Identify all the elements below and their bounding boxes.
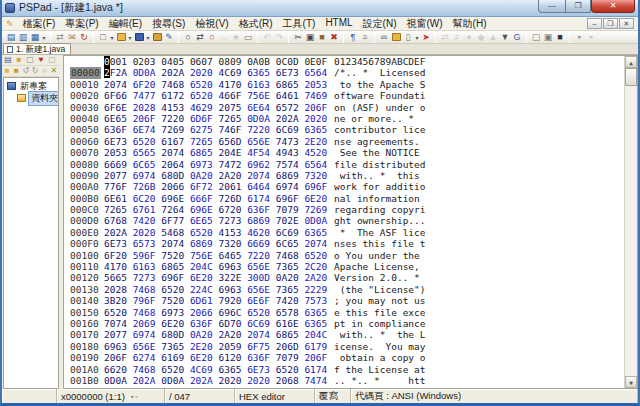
hex-bytes[interactable]: 206F 6274 6169 6E20 6120 636F 7079 206F [104, 352, 327, 363]
file-copy-button[interactable]: ⇄ [54, 31, 66, 43]
hex-ascii[interactable]: regarding copyri [334, 204, 426, 215]
lock-file-button[interactable] [390, 31, 402, 43]
hex-editor[interactable]: 0001 0203 0405 0607 0809 0A0B 0C0D 0E0F0… [63, 55, 638, 389]
scroll-down-arrow[interactable]: ▼ [625, 376, 637, 388]
panel-folder-icon[interactable]: ■ [14, 55, 24, 65]
settings-icon[interactable]: ✕ [50, 66, 58, 76]
hex-ascii[interactable]: file distributed [334, 159, 426, 170]
hex-ascii[interactable]: with.. * this [334, 170, 426, 181]
print-preview-button[interactable]: ▭ [242, 31, 254, 43]
project-panel-button[interactable]: ▤ [5, 31, 17, 43]
maximize-button[interactable]: ❒ [565, 0, 591, 13]
hex-bytes[interactable]: 0D0A 202A 0D0A 202A 2020 2020 2068 7474 [104, 375, 327, 386]
up-level-icon[interactable]: ↺ [22, 66, 30, 76]
project-save-button-dropdown[interactable]: ▾ [41, 34, 47, 41]
hex-ascii[interactable]: (the "License") [334, 284, 426, 295]
hex-bytes[interactable]: 776F 726B 2066 6F72 2061 6464 6974 696F [104, 181, 327, 192]
terminal-button[interactable]: ▪ [573, 31, 585, 43]
menu-item-2[interactable]: 編輯(E) [104, 17, 147, 31]
hex-bytes[interactable]: 2074 6F20 7468 6520 4170 6163 6865 2053 [104, 79, 327, 90]
hex-bytes[interactable]: 703A 2F2F 7777 772E 6170 6163 6865 2E6F [104, 386, 327, 389]
tree-item-folder[interactable]: 資料夾 [4, 92, 58, 104]
fullscreen-button[interactable]: ■ [554, 31, 566, 43]
format-code-button[interactable]: ✎ [163, 31, 175, 43]
vertical-scrollbar[interactable]: ▲ ▼ [624, 56, 637, 388]
file-mail-button[interactable]: ✉ [66, 31, 78, 43]
menu-item-7[interactable]: HTML [320, 17, 357, 31]
mdi-minimize-button[interactable]: – [587, 18, 602, 29]
menu-item-9[interactable]: 視窗(W) [402, 17, 448, 31]
paste-button[interactable]: ■ [316, 31, 328, 43]
save-file-button[interactable] [133, 31, 145, 43]
hex-ascii[interactable]: on (ASF) under o [334, 102, 426, 113]
hex-bytes[interactable]: 3B20 796F 7520 6D61 7920 6E6F 7420 7573 [104, 295, 327, 306]
special-chars-button[interactable]: ¶ [347, 31, 359, 43]
menu-item-6[interactable]: 工具(T) [278, 17, 321, 31]
copy-button[interactable]: ▣ [304, 31, 316, 43]
panel-favorites-icon[interactable]: ♥ [36, 55, 46, 65]
google-search-button[interactable]: G [511, 31, 523, 43]
keyboard-button[interactable]: ▫ [585, 31, 597, 43]
hex-bytes[interactable]: 5665 7273 696F 6E20 322E 300D 0A20 2A20 [104, 272, 327, 283]
hex-bytes[interactable]: 2028 7468 6520 224C 6963 656E 7365 2229 [104, 284, 327, 295]
file-reload-button[interactable]: ↻ [78, 31, 90, 43]
hex-bytes[interactable]: 6E65 206F 7220 6D6F 7265 0D0A 202A 2020 [104, 113, 327, 124]
hex-ascii[interactable]: e this file exce [334, 307, 426, 318]
hex-ascii[interactable]: Apache License, [334, 261, 426, 272]
menu-item-10[interactable]: 幫助(H) [448, 17, 492, 31]
hex-ascii[interactable]: obtain a copy o [334, 352, 426, 363]
remove-icon[interactable]: ○ [40, 66, 48, 76]
hex-bytes[interactable]: 6520 7468 6973 2066 696C 6520 6578 6365 [104, 307, 327, 318]
hex-bytes[interactable]: 636F 6E74 7269 6275 746F 7220 6C69 6365 [104, 124, 327, 135]
open-folder-icon[interactable]: ■ [3, 66, 11, 76]
find-button[interactable]: ○ [182, 31, 194, 43]
menu-item-4[interactable]: 檢視(V) [190, 17, 233, 31]
close-button[interactable]: ✕ [591, 0, 635, 13]
hex-bytes[interactable]: 6669 6C65 2064 6973 7472 6962 7574 6564 [104, 159, 327, 170]
scrollbar-thumb[interactable] [625, 68, 637, 86]
mdi-restore-button[interactable]: ❒ [603, 18, 618, 29]
project-save-button[interactable]: ▦ [29, 31, 41, 43]
hex-bytes[interactable]: 6F66 7477 6172 6520 466F 756E 6461 7469 [104, 90, 327, 101]
delete-button[interactable]: ✖ [328, 31, 340, 43]
hex-bytes[interactable]: 202A 2020 5468 6520 4153 4620 6C69 6365 [104, 227, 327, 238]
hex-ascii[interactable]: p://www.apache.o [334, 386, 426, 389]
menu-item-8[interactable]: 設定(N) [358, 17, 402, 31]
hex-bytes[interactable]: 6E73 6573 2074 6869 7320 6669 6C65 2074 [104, 238, 327, 249]
filter-button[interactable]: ▼ [499, 31, 511, 43]
hex-bytes[interactable]: 6620 7468 6520 4C69 6365 6E73 6520 6174 [104, 364, 327, 375]
hex-ascii[interactable]: ; you may not us [334, 295, 426, 306]
save-all-button[interactable] [151, 31, 163, 43]
hex-ascii[interactable]: icense. You may [334, 341, 426, 352]
hex-bytes[interactable]: 6963 656E 7365 2E20 2059 6F75 206D 6179 [104, 341, 327, 352]
hex-ascii[interactable]: o You under the [334, 250, 426, 261]
new-file-button[interactable]: □ [97, 31, 109, 43]
window-cascade-button[interactable]: ▣ [542, 31, 554, 43]
hex-ascii[interactable]: nse agreements. [334, 136, 426, 147]
spell-check-button[interactable]: ∞ [378, 31, 390, 43]
hex-ascii[interactable]: f the License at [334, 364, 426, 375]
panel-window-icon[interactable]: ▢ [25, 55, 35, 65]
hex-bytes[interactable]: 6768 7420 6F77 6E65 7273 6869 702E 0D0A [104, 215, 327, 226]
hex-bytes[interactable]: 7265 6761 7264 696E 6720 636F 7079 7269 [104, 204, 327, 215]
hex-bytes[interactable]: 7074 2069 6E20 636F 6D70 6C69 616E 6365 [104, 318, 327, 329]
hex-bytes[interactable]: 4170 6163 6865 204C 6963 656E 7365 2C20 [104, 261, 327, 272]
panel-new-window-icon[interactable]: ▢ [47, 55, 57, 65]
find-replace-button[interactable]: ⇄ [194, 31, 206, 43]
mdi-close-button[interactable]: ✕ [619, 18, 634, 29]
tab-new-file[interactable]: 1. 新建1.java [3, 43, 71, 54]
scroll-up-arrow[interactable]: ▲ [625, 56, 637, 68]
hex-ascii[interactable]: work for additio [334, 181, 426, 192]
hex-ascii[interactable]: oftware Foundati [334, 90, 426, 101]
window-tile-button[interactable]: ▢ [530, 31, 542, 43]
project-open-button[interactable]: ▥ [17, 31, 29, 43]
cut-button[interactable]: ✂ [292, 31, 304, 43]
hex-bytes[interactable]: 2077 6974 680D 0A20 2A20 2074 6869 7320 [104, 170, 327, 181]
hex-ascii[interactable]: to the Apache S [334, 79, 426, 90]
menu-item-0[interactable]: 檔案(F) [18, 17, 61, 31]
hex-ascii[interactable]: pt in compliance [334, 318, 426, 329]
hex-ascii[interactable]: See the NOTICE [334, 147, 426, 158]
hex-bytes[interactable]: 2F2A 0D0A 202A 2020 4C69 6365 6E73 6564 [104, 67, 327, 78]
open-file-button[interactable] [115, 31, 127, 43]
hex-ascii[interactable]: * The ASF lice [334, 227, 426, 238]
